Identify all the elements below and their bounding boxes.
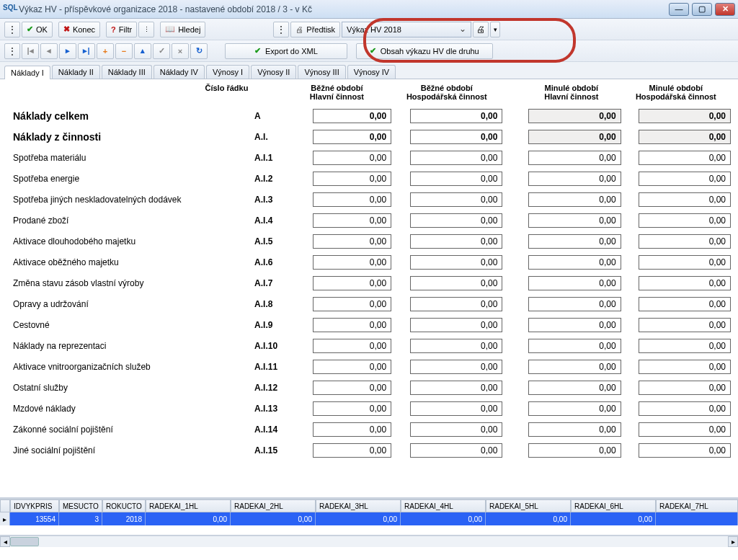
cell-minule-hlavni[interactable]: 0,00 — [528, 255, 621, 270]
print-menu[interactable]: ▾ — [490, 22, 500, 37]
tab-vynosy-1[interactable]: Výnosy I — [206, 65, 249, 79]
cell-bezne-hlavni[interactable]: 0,00 — [313, 318, 391, 332]
cell-bezne-hlavni[interactable]: 0,00 — [313, 276, 391, 290]
cell-bezne-hosp[interactable]: 0,00 — [410, 422, 502, 437]
cell-bezne-hlavni[interactable]: 0,00 — [313, 255, 391, 270]
cell-minule-hlavni[interactable]: 0,00 — [528, 360, 621, 374]
cell-minule-hlavni[interactable]: 0,00 — [528, 172, 621, 186]
nav-post[interactable]: ✓ — [153, 43, 170, 59]
tab-vynosy-2[interactable]: Výnosy II — [251, 65, 296, 79]
cell-bezne-hosp[interactable]: 0,00 — [410, 172, 502, 186]
cell-bezne-hlavni[interactable]: 0,00 — [313, 172, 391, 186]
tab-naklady-1[interactable]: Náklady I — [4, 66, 50, 79]
grid-h6[interactable]: RADEKAI_4HL — [401, 499, 486, 512]
grid-h2[interactable]: ROKUCTO — [102, 499, 146, 512]
hledej-button[interactable]: 📖Hledej — [160, 22, 205, 37]
grid-h5[interactable]: RADEKAI_3HL — [316, 499, 401, 512]
nav-edit[interactable]: ▴ — [134, 43, 151, 59]
cell-minule-hosp[interactable]: 0,00 — [639, 297, 731, 311]
cell-bezne-hlavni[interactable]: 0,00 — [313, 297, 391, 311]
scroll-right-icon[interactable]: ▸ — [728, 536, 738, 547]
cell-minule-hlavni[interactable]: 0,00 — [528, 276, 621, 290]
cell-minule-hosp[interactable]: 0,00 — [639, 213, 731, 228]
cell-minule-hlavni[interactable]: 0,00 — [528, 297, 621, 311]
window-minimize[interactable]: — — [669, 3, 689, 16]
cell-minule-hosp[interactable]: 0,00 — [639, 276, 731, 290]
cell-minule-hlavni[interactable]: 0,00 — [528, 213, 621, 228]
cell-bezne-hosp[interactable]: 0,00 — [410, 381, 502, 395]
nav-refresh[interactable]: ↻ — [190, 43, 208, 59]
obsah-button[interactable]: ✔Obsah výkazu HV dle druhu — [356, 43, 493, 59]
cell-bezne-hosp[interactable]: 0,00 — [410, 297, 502, 311]
cell-minule-hosp[interactable]: 0,00 — [639, 109, 731, 123]
filtr-menu[interactable]: ⋮ — [138, 22, 154, 37]
scroll-left-icon[interactable]: ◂ — [0, 536, 10, 547]
predtisk-button[interactable]: 🖨Předtisk — [290, 22, 340, 37]
cell-minule-hosp[interactable]: 0,00 — [639, 318, 731, 332]
grid-hscroll[interactable]: ◂ ▸ — [0, 535, 738, 547]
tab-naklady-4[interactable]: Náklady IV — [154, 65, 205, 79]
grid-h4[interactable]: RADEKAI_2HL — [231, 499, 316, 512]
cell-bezne-hosp[interactable]: 0,00 — [410, 130, 502, 144]
konec-button[interactable]: ✖Konec — [58, 22, 100, 37]
cell-minule-hosp[interactable]: 0,00 — [639, 172, 731, 186]
cell-bezne-hosp[interactable]: 0,00 — [410, 213, 502, 228]
grid-h3[interactable]: RADEKAI_1HL — [146, 499, 231, 512]
tab-naklady-2[interactable]: Náklady II — [52, 65, 100, 79]
cell-bezne-hosp[interactable]: 0,00 — [410, 276, 502, 290]
export-xml-button[interactable]: ✔Export do XML — [225, 43, 347, 59]
cell-bezne-hosp[interactable]: 0,00 — [410, 360, 502, 374]
grid-h9[interactable]: RADEKAI_7HL — [656, 499, 738, 512]
cell-minule-hlavni[interactable]: 0,00 — [528, 318, 621, 332]
cell-bezne-hosp[interactable]: 0,00 — [410, 339, 502, 353]
grid-h0[interactable]: IDVYKPRIS — [10, 499, 59, 512]
cell-bezne-hosp[interactable]: 0,00 — [410, 151, 502, 165]
cell-minule-hlavni[interactable]: 0,00 — [528, 234, 621, 249]
filtr-button[interactable]: ?Filtr — [106, 22, 137, 37]
cell-minule-hosp[interactable]: 0,00 — [639, 443, 731, 458]
cell-bezne-hlavni[interactable]: 0,00 — [313, 443, 391, 458]
ok-button[interactable]: ✔OK — [22, 22, 53, 37]
nav-first[interactable]: |◂ — [22, 43, 39, 59]
cell-bezne-hlavni[interactable]: 0,00 — [313, 130, 391, 144]
nav-next[interactable]: ▸ — [59, 43, 76, 59]
cell-minule-hlavni[interactable]: 0,00 — [528, 339, 621, 353]
window-close[interactable]: ✕ — [715, 3, 735, 16]
cell-minule-hlavni[interactable]: 0,00 — [528, 192, 621, 207]
cell-minule-hlavni[interactable]: 0,00 — [528, 130, 621, 144]
cell-minule-hlavni[interactable]: 0,00 — [528, 401, 621, 416]
print-icon-button[interactable]: 🖨 — [473, 22, 489, 37]
cell-bezne-hlavni[interactable]: 0,00 — [313, 381, 391, 395]
cell-minule-hosp[interactable]: 0,00 — [639, 130, 731, 144]
cell-minule-hlavni[interactable]: 0,00 — [528, 422, 621, 437]
nav-prev[interactable]: ◂ — [40, 43, 58, 59]
vykaz-combo[interactable]: Výkaz HV 2018 — [342, 22, 471, 37]
cell-bezne-hosp[interactable]: 0,00 — [410, 255, 502, 270]
tab-naklady-3[interactable]: Náklady III — [102, 65, 152, 79]
grid-corner[interactable] — [0, 499, 10, 512]
cell-minule-hosp[interactable]: 0,00 — [639, 234, 731, 249]
scroll-thumb[interactable] — [10, 537, 39, 546]
cell-minule-hlavni[interactable]: 0,00 — [528, 443, 621, 458]
cell-minule-hosp[interactable]: 0,00 — [639, 255, 731, 270]
cell-bezne-hosp[interactable]: 0,00 — [410, 318, 502, 332]
cell-bezne-hosp[interactable]: 0,00 — [410, 401, 502, 416]
cell-minule-hosp[interactable]: 0,00 — [639, 360, 731, 374]
nav-last[interactable]: ▸| — [78, 43, 95, 59]
cell-bezne-hlavni[interactable]: 0,00 — [313, 360, 391, 374]
tab-vynosy-4[interactable]: Výnosy IV — [347, 65, 396, 79]
cell-bezne-hlavni[interactable]: 0,00 — [313, 109, 391, 123]
cell-minule-hosp[interactable]: 0,00 — [639, 422, 731, 437]
cell-minule-hlavni[interactable]: 0,00 — [528, 151, 621, 165]
tab-vynosy-3[interactable]: Výnosy III — [298, 65, 345, 79]
cell-bezne-hosp[interactable]: 0,00 — [410, 192, 502, 207]
cell-bezne-hlavni[interactable]: 0,00 — [313, 192, 391, 207]
grid-h1[interactable]: MESUCTO — [59, 499, 102, 512]
cell-bezne-hlavni[interactable]: 0,00 — [313, 339, 391, 353]
cell-bezne-hlavni[interactable]: 0,00 — [313, 422, 391, 437]
grid-row[interactable]: ▸ 13554 3 2018 0,00 0,00 0,00 0,00 0,00 … — [0, 512, 738, 525]
nav-cancel[interactable]: × — [172, 43, 189, 59]
cell-minule-hosp[interactable]: 0,00 — [639, 381, 731, 395]
grid-h8[interactable]: RADEKAI_6HL — [571, 499, 656, 512]
cell-bezne-hosp[interactable]: 0,00 — [410, 109, 502, 123]
